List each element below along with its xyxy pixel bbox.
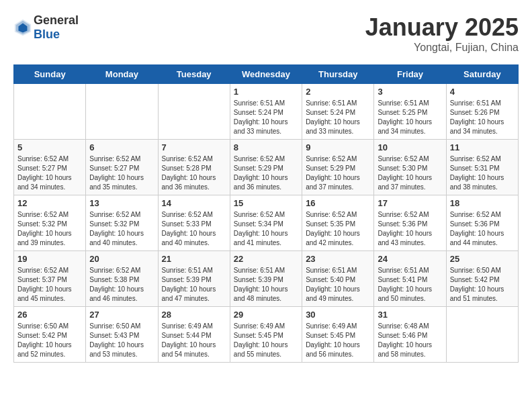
day-info: Sunrise: 6:52 AMSunset: 5:32 PMDaylight:…	[89, 210, 154, 248]
day-info: Sunrise: 6:51 AMSunset: 5:41 PMDaylight:…	[378, 266, 442, 304]
calendar-cell: 2Sunrise: 6:51 AMSunset: 5:24 PMDaylight…	[302, 84, 374, 140]
day-number: 22	[234, 254, 298, 264]
calendar-week-row: 1Sunrise: 6:51 AMSunset: 5:24 PMDaylight…	[14, 84, 519, 140]
calendar-cell: 4Sunrise: 6:51 AMSunset: 5:26 PMDaylight…	[446, 84, 518, 140]
day-info: Sunrise: 6:51 AMSunset: 5:39 PMDaylight:…	[234, 266, 298, 304]
calendar-cell: 10Sunrise: 6:52 AMSunset: 5:30 PMDayligh…	[374, 140, 446, 195]
calendar-cell: 28Sunrise: 6:49 AMSunset: 5:44 PMDayligh…	[158, 307, 230, 363]
day-info: Sunrise: 6:52 AMSunset: 5:29 PMDaylight:…	[306, 154, 370, 192]
day-number: 5	[17, 142, 82, 152]
day-number: 21	[162, 254, 226, 264]
logo-text: General Blue	[34, 13, 79, 42]
calendar-cell: 1Sunrise: 6:51 AMSunset: 5:24 PMDaylight…	[230, 84, 302, 140]
calendar-table: SundayMondayTuesdayWednesdayThursdayFrid…	[13, 64, 519, 363]
day-info: Sunrise: 6:52 AMSunset: 5:34 PMDaylight:…	[234, 210, 298, 248]
day-number: 3	[378, 87, 442, 97]
day-info: Sunrise: 6:51 AMSunset: 5:39 PMDaylight:…	[162, 266, 226, 304]
calendar-cell: 11Sunrise: 6:52 AMSunset: 5:31 PMDayligh…	[446, 140, 518, 195]
page-header: General Blue January 2025 Yongtai, Fujia…	[13, 13, 519, 54]
day-info: Sunrise: 6:51 AMSunset: 5:26 PMDaylight:…	[450, 99, 515, 136]
day-number: 26	[17, 310, 82, 320]
weekday-header-row: SundayMondayTuesdayWednesdayThursdayFrid…	[14, 65, 519, 84]
calendar-cell: 3Sunrise: 6:51 AMSunset: 5:25 PMDaylight…	[374, 84, 446, 140]
calendar-cell: 19Sunrise: 6:52 AMSunset: 5:37 PMDayligh…	[14, 251, 86, 307]
logo-blue: Blue	[34, 28, 60, 41]
day-info: Sunrise: 6:52 AMSunset: 5:38 PMDaylight:…	[89, 266, 154, 304]
title-area: January 2025 Yongtai, Fujian, China	[365, 13, 519, 54]
calendar-cell: 27Sunrise: 6:50 AMSunset: 5:43 PMDayligh…	[86, 307, 158, 363]
month-title: January 2025	[365, 13, 519, 42]
day-info: Sunrise: 6:52 AMSunset: 5:29 PMDaylight:…	[234, 154, 298, 192]
day-info: Sunrise: 6:52 AMSunset: 5:37 PMDaylight:…	[17, 266, 82, 304]
day-info: Sunrise: 6:52 AMSunset: 5:31 PMDaylight:…	[450, 154, 515, 192]
day-number: 6	[89, 142, 154, 152]
day-number: 27	[89, 310, 154, 320]
day-number: 17	[378, 198, 442, 208]
day-number: 13	[89, 198, 154, 208]
calendar-cell: 14Sunrise: 6:52 AMSunset: 5:33 PMDayligh…	[158, 195, 230, 251]
weekday-header: Tuesday	[158, 65, 230, 84]
calendar-cell: 18Sunrise: 6:52 AMSunset: 5:36 PMDayligh…	[446, 195, 518, 251]
day-number: 2	[306, 87, 370, 97]
calendar-cell: 23Sunrise: 6:51 AMSunset: 5:40 PMDayligh…	[302, 251, 374, 307]
calendar-cell: 29Sunrise: 6:49 AMSunset: 5:45 PMDayligh…	[230, 307, 302, 363]
calendar-cell	[446, 307, 518, 363]
day-info: Sunrise: 6:52 AMSunset: 5:33 PMDaylight:…	[162, 210, 226, 248]
day-number: 18	[450, 198, 515, 208]
calendar-cell: 30Sunrise: 6:49 AMSunset: 5:45 PMDayligh…	[302, 307, 374, 363]
day-number: 24	[378, 254, 442, 264]
day-number: 10	[378, 142, 442, 152]
day-number: 25	[450, 254, 515, 264]
location-subtitle: Yongtai, Fujian, China	[365, 42, 519, 54]
day-info: Sunrise: 6:50 AMSunset: 5:42 PMDaylight:…	[450, 266, 515, 304]
calendar-cell: 7Sunrise: 6:52 AMSunset: 5:28 PMDaylight…	[158, 140, 230, 195]
calendar-cell	[14, 84, 86, 140]
day-number: 31	[378, 310, 442, 320]
weekday-header: Sunday	[14, 65, 86, 84]
calendar-cell: 13Sunrise: 6:52 AMSunset: 5:32 PMDayligh…	[86, 195, 158, 251]
calendar-cell	[158, 84, 230, 140]
calendar-cell: 9Sunrise: 6:52 AMSunset: 5:29 PMDaylight…	[302, 140, 374, 195]
day-number: 30	[306, 310, 370, 320]
day-number: 28	[162, 310, 226, 320]
day-number: 9	[306, 142, 370, 152]
day-number: 29	[234, 310, 298, 320]
day-info: Sunrise: 6:52 AMSunset: 5:27 PMDaylight:…	[89, 154, 154, 192]
calendar-cell: 20Sunrise: 6:52 AMSunset: 5:38 PMDayligh…	[86, 251, 158, 307]
day-info: Sunrise: 6:50 AMSunset: 5:43 PMDaylight:…	[89, 322, 154, 359]
calendar-cell: 21Sunrise: 6:51 AMSunset: 5:39 PMDayligh…	[158, 251, 230, 307]
day-info: Sunrise: 6:48 AMSunset: 5:46 PMDaylight:…	[378, 322, 442, 359]
day-info: Sunrise: 6:50 AMSunset: 5:42 PMDaylight:…	[17, 322, 82, 359]
day-number: 23	[306, 254, 370, 264]
calendar-cell: 31Sunrise: 6:48 AMSunset: 5:46 PMDayligh…	[374, 307, 446, 363]
day-info: Sunrise: 6:52 AMSunset: 5:36 PMDaylight:…	[450, 210, 515, 248]
day-number: 11	[450, 142, 515, 152]
day-info: Sunrise: 6:51 AMSunset: 5:40 PMDaylight:…	[306, 266, 370, 304]
calendar-cell: 25Sunrise: 6:50 AMSunset: 5:42 PMDayligh…	[446, 251, 518, 307]
calendar-cell: 16Sunrise: 6:52 AMSunset: 5:35 PMDayligh…	[302, 195, 374, 251]
day-number: 15	[234, 198, 298, 208]
calendar-cell: 22Sunrise: 6:51 AMSunset: 5:39 PMDayligh…	[230, 251, 302, 307]
logo-general: General	[34, 13, 79, 27]
calendar-cell	[86, 84, 158, 140]
day-info: Sunrise: 6:49 AMSunset: 5:44 PMDaylight:…	[162, 322, 226, 359]
weekday-header: Friday	[374, 65, 446, 84]
calendar-week-row: 26Sunrise: 6:50 AMSunset: 5:42 PMDayligh…	[14, 307, 519, 363]
calendar-cell: 12Sunrise: 6:52 AMSunset: 5:32 PMDayligh…	[14, 195, 86, 251]
calendar-cell: 15Sunrise: 6:52 AMSunset: 5:34 PMDayligh…	[230, 195, 302, 251]
day-number: 20	[89, 254, 154, 264]
calendar-cell: 26Sunrise: 6:50 AMSunset: 5:42 PMDayligh…	[14, 307, 86, 363]
calendar-week-row: 5Sunrise: 6:52 AMSunset: 5:27 PMDaylight…	[14, 140, 519, 195]
day-number: 7	[162, 142, 226, 152]
day-info: Sunrise: 6:49 AMSunset: 5:45 PMDaylight:…	[306, 322, 370, 359]
calendar-week-row: 12Sunrise: 6:52 AMSunset: 5:32 PMDayligh…	[14, 195, 519, 251]
day-info: Sunrise: 6:49 AMSunset: 5:45 PMDaylight:…	[234, 322, 298, 359]
calendar-cell: 17Sunrise: 6:52 AMSunset: 5:36 PMDayligh…	[374, 195, 446, 251]
day-info: Sunrise: 6:52 AMSunset: 5:36 PMDaylight:…	[378, 210, 442, 248]
calendar-cell: 6Sunrise: 6:52 AMSunset: 5:27 PMDaylight…	[86, 140, 158, 195]
logo-icon	[13, 18, 32, 37]
day-number: 14	[162, 198, 226, 208]
calendar-cell: 24Sunrise: 6:51 AMSunset: 5:41 PMDayligh…	[374, 251, 446, 307]
weekday-header: Saturday	[446, 65, 518, 84]
calendar-cell: 8Sunrise: 6:52 AMSunset: 5:29 PMDaylight…	[230, 140, 302, 195]
